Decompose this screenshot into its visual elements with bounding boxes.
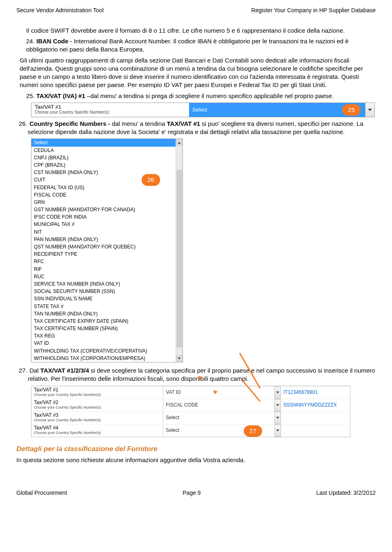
- dropdown-option[interactable]: GST NUMBER (MANDATORY FOR CANADA): [31, 206, 176, 213]
- scroll-up-button[interactable]: [176, 140, 182, 145]
- dropdown-option[interactable]: RUC: [31, 273, 176, 280]
- chevron-down-icon: [276, 429, 279, 431]
- taxvat-row-value[interactable]: [281, 425, 350, 437]
- taxvat-row-subtitle: Choose your Country Specific Number(s): [34, 431, 160, 435]
- dropdown-option[interactable]: SSN INDIVIDUAL'S NAME: [31, 295, 176, 302]
- dropdown-option[interactable]: PAN NUMBER (INDIA ONLY): [31, 236, 176, 243]
- dropdown-option[interactable]: TAX CERTIFICATE EXPIRY DATE (SPAIN): [31, 317, 176, 325]
- taxvat-value-link[interactable]: IT12345678901: [283, 389, 318, 395]
- taxvat-row: Tax/VAT #3Choose your Country Specific N…: [31, 411, 350, 424]
- taxvat-row-value[interactable]: IT12345678901: [281, 387, 350, 399]
- footer-right: Last Updated: 3/2/2012: [316, 489, 376, 497]
- dropdown-option[interactable]: CEDULA: [31, 147, 176, 154]
- taxvat-row-label: Tax/VAT #1Choose your Country Specific N…: [31, 387, 163, 399]
- dropdown-option[interactable]: MUNICIPAL TAX #: [31, 221, 176, 228]
- dropdown-option[interactable]: NIT: [31, 228, 176, 236]
- taxvat-row-label: Tax/VAT #4Choose your Country Specific N…: [31, 425, 163, 437]
- taxvat-table: 27 Tax/VAT #1Choose your Country Specifi…: [31, 386, 350, 437]
- taxvat1-dropdown-arrow[interactable]: [365, 103, 374, 117]
- header-right: Register Your Company in HP Supplier Dat…: [251, 7, 376, 14]
- taxvat-row-select[interactable]: VAT ID: [163, 387, 274, 399]
- taxvat-row-subtitle: Choose your Country Specific Number(s): [34, 418, 160, 422]
- section-title-fornitore: Dettagli per la classificazione del Forn…: [16, 445, 376, 454]
- item-25-num: 25.: [26, 92, 35, 99]
- dropdown-option[interactable]: TAN NUMBER (INDIA ONLY): [31, 310, 176, 317]
- taxvat-row: Tax/VAT #4Choose your Country Specific N…: [31, 424, 350, 437]
- dropdown-scrollbar[interactable]: [176, 139, 183, 362]
- item-27-pre: Dal: [29, 367, 40, 374]
- item-25-rest: –dal menu' a tendina si prega di sceglie…: [85, 92, 334, 99]
- dropdown-option[interactable]: STATE TAX #: [31, 303, 176, 310]
- dropdown-option[interactable]: TAX REG: [31, 332, 176, 340]
- taxvat-row-select[interactable]: Select: [163, 412, 274, 424]
- dropdown-option[interactable]: QST NUMBER (MANDATORY FOR QUEBEC): [31, 243, 176, 250]
- taxvat1-label-sub: Choose your Country Specific Number(s): [35, 110, 186, 115]
- dropdown-option[interactable]: RECEIPIENT TYPE: [31, 250, 176, 258]
- taxvat1-select[interactable]: Tax/VAT #1 Choose your Country Specific …: [31, 103, 375, 117]
- chevron-down-icon: [276, 391, 279, 393]
- item-26-bold2: TAX/VAT #1: [167, 120, 200, 127]
- taxvat1-label: Tax/VAT #1 Choose your Country Specific …: [31, 103, 189, 117]
- item-24-bold: IBAN Code: [36, 38, 68, 45]
- item-24-rest: - International Bank Account Number. Il …: [26, 38, 349, 53]
- scroll-thumb[interactable]: [177, 170, 182, 347]
- taxvat-row-select-arrow[interactable]: [274, 399, 281, 411]
- dropdown-option[interactable]: CPF (BRAZIL): [31, 161, 176, 169]
- dropdown-option[interactable]: VAT ID: [31, 340, 176, 347]
- item-24-num: 24.: [26, 38, 35, 45]
- item-25-bold: TAX/VAT (IVA) #1: [36, 92, 85, 99]
- dropdown-option[interactable]: IFSC CODE FOR INDIA: [31, 213, 176, 221]
- taxvat1-label-title: Tax/VAT #1: [35, 104, 186, 110]
- taxvat-row-select-arrow[interactable]: [274, 412, 281, 424]
- item-26-num: 26.: [19, 120, 28, 128]
- taxvat-row-label: Tax/VAT #3Choose your Country Specific N…: [31, 412, 163, 424]
- chevron-down-icon: [276, 417, 279, 419]
- taxvat-row-value[interactable]: [281, 412, 350, 424]
- dropdown-option[interactable]: WITHHOLDING TAX (COPERATIVE/COPERATIVA): [31, 347, 176, 355]
- dropdown-option[interactable]: FISCAL CODE: [31, 191, 176, 199]
- taxvat-row-title: Tax/VAT #4: [34, 425, 160, 431]
- taxvat-row-subtitle: Choose your Country Specific Number(s): [34, 405, 160, 410]
- dropdown-option[interactable]: TAX CERTIFICATE NUMBER (SPAIN): [31, 325, 176, 332]
- dropdown-option[interactable]: Select: [31, 139, 176, 146]
- taxvat-row: Tax/VAT #2Choose your Country Specific N…: [31, 399, 350, 411]
- item-27-bold: TAX/VAT #1/2/3/4: [40, 367, 89, 374]
- fiscal-paragraph: Gli ultimi quattro raggruppamenti di cam…: [20, 56, 376, 89]
- taxvat1-value: Select: [189, 103, 365, 117]
- item-27-num: 27.: [19, 367, 28, 375]
- taxvat-row-select-arrow[interactable]: [274, 387, 281, 399]
- chevron-up-icon: [178, 142, 181, 144]
- item-26-mid: dal menu' a tendina: [110, 120, 167, 127]
- callout-badge-27: 27: [244, 425, 262, 437]
- taxvat-row-select[interactable]: FISCAL CODE: [163, 399, 274, 411]
- chevron-down-icon: [368, 109, 372, 111]
- taxvat-row-title: Tax/VAT #2: [34, 400, 160, 405]
- item-24: 24. IBAN Code - International Bank Accou…: [26, 37, 376, 54]
- taxvat-row-select-arrow[interactable]: [274, 425, 281, 437]
- page-footer: Global Procurement Page 9 Last Updated: …: [16, 489, 376, 497]
- dropdown-option[interactable]: GRN: [31, 199, 176, 206]
- dropdown-option[interactable]: RIF: [31, 266, 176, 273]
- taxvat-value-link[interactable]: SSSNNNYYMDDZZZZX: [283, 402, 337, 408]
- item-27: 27. Dal TAX/VAT #1/2/3/4 si deve sceglie…: [28, 367, 376, 383]
- dropdown-option[interactable]: SOCIAL SECURITY NUMBER (SSN): [31, 288, 176, 295]
- scroll-down-button[interactable]: [176, 355, 182, 361]
- header-left: Secure Vendor Administration Tool: [16, 7, 104, 14]
- footer-left: Global Procurement: [16, 489, 67, 497]
- item-26: 26. Country Specific Numbers - dal menu'…: [28, 120, 376, 136]
- item-25: 25. TAX/VAT (IVA) #1 –dal menu' a tendin…: [26, 92, 376, 100]
- taxvat-row-value[interactable]: SSSNNNYYMDDZZZZX: [281, 399, 350, 411]
- dropdown-option[interactable]: WITHHOLDING TAX (CORPORATION/EMPRESA): [31, 355, 176, 362]
- chevron-down-icon: [178, 358, 181, 360]
- taxvat-row: Tax/VAT #1Choose your Country Specific N…: [31, 386, 350, 399]
- swift-note: Il codice SWIFT dovrebbe avere il format…: [26, 27, 376, 35]
- dropdown-option[interactable]: CNPJ (BRAZIL): [31, 154, 176, 161]
- dropdown-option[interactable]: RFC: [31, 258, 176, 265]
- chevron-down-icon: [276, 404, 279, 406]
- country-numbers-dropdown[interactable]: SelectCEDULACNPJ (BRAZIL)CPF (BRAZIL)CST…: [31, 139, 183, 362]
- callout-badge-26: 26: [142, 174, 160, 185]
- country-numbers-listbox[interactable]: SelectCEDULACNPJ (BRAZIL)CPF (BRAZIL)CST…: [31, 139, 176, 362]
- taxvat-row-label: Tax/VAT #2Choose your Country Specific N…: [31, 399, 163, 411]
- dropdown-option[interactable]: SERVICE TAX NUMBER (INDIA ONLY): [31, 280, 176, 288]
- taxvat-row-title: Tax/VAT #3: [34, 412, 160, 418]
